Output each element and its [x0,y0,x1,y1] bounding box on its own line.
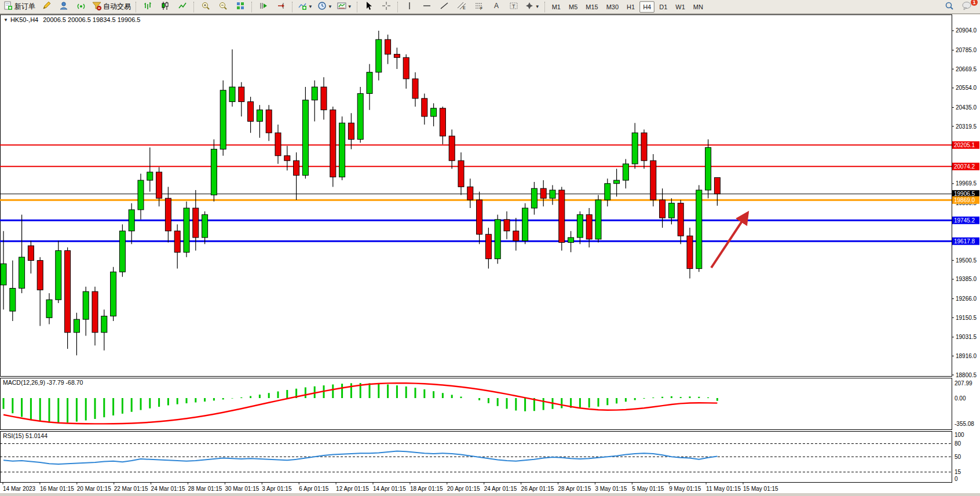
time-tick-label: 6 Apr 01:15 [299,486,329,492]
candlestick-chart-button[interactable] [157,1,173,13]
chevron-down-icon: ▼ [535,4,540,9]
one-click-collapse-icon[interactable]: ▼ [3,17,8,23]
autotrading-button[interactable]: 自动交易 [90,1,133,13]
cursor-button[interactable] [361,1,377,13]
arrows-icon [525,1,534,13]
candle-body [376,39,382,72]
timeframe-d1[interactable]: D1 [656,1,671,13]
zoom-in-button[interactable] [198,1,214,13]
candle-body [83,291,89,319]
price-tick-label: 20435.0 [956,104,977,111]
candle-body [568,238,574,242]
templates-button[interactable]: ▼ [335,1,354,13]
svg-text:19869.0: 19869.0 [954,197,975,203]
candle-body [403,57,409,79]
chevron-down-icon: ▼ [308,4,313,9]
hline-price-label: 20205.1 [952,141,979,149]
timeframe-h1[interactable]: H1 [623,1,638,13]
timeframe-m30[interactable]: M30 [603,1,622,13]
horizontal-line-button[interactable] [419,1,435,13]
candle-body [412,79,418,99]
candle-body [668,203,674,218]
candle-body [330,110,336,177]
time-tick-label: 12 Apr 01:15 [336,486,369,492]
candle-body [184,208,189,252]
candle-body [339,123,345,177]
clock-icon [317,1,327,13]
line-chart-button[interactable] [174,1,191,13]
time-tick-label: 18 Apr 01:15 [410,486,443,492]
price-tick-label: 20785.0 [956,47,977,53]
ohlc-values: 20006.5 20006.5 19834.5 19906.5 [43,16,140,23]
price-tick-label: 20319.5 [956,123,977,130]
symbol-period-label: HK50-,H4 [10,16,38,23]
vertical-line-button[interactable] [401,1,418,13]
time-axis: 14 Mar 202316 Mar 01:1520 Mar 01:1522 Ma… [3,483,778,492]
timeframe-h4[interactable]: H4 [639,1,654,13]
candle-body [19,257,25,289]
search-button[interactable] [941,1,957,13]
price-tick-label: 19500.5 [956,257,977,264]
chart-header: ▼ HK50-,H4 20006.5 20006.5 19834.5 19906… [3,16,140,23]
crosshair-button[interactable] [378,1,394,13]
auto-scroll-button[interactable] [255,1,272,13]
pencil-icon [42,1,51,13]
rsi-axis-label: 100 [955,432,964,438]
line-chart-icon [178,1,187,13]
candle-body [449,136,455,161]
candle-body [138,180,144,210]
candle-body [28,246,34,260]
chevron-down-icon: ▼ [348,4,352,9]
new-order-label: 新订单 [14,2,35,12]
time-tick-label: 14 Mar 2023 [3,486,36,492]
macd-axis-label: 207.99 [955,380,972,386]
person-icon [59,1,68,13]
new-order-button[interactable]: 新订单 [2,1,37,13]
channel-button[interactable]: E [454,1,470,13]
price-tick-label: 19266.0 [956,296,977,302]
timeframe-m5[interactable]: M5 [565,1,581,13]
candle-body [65,251,71,333]
timeframe-m1[interactable]: M1 [548,1,564,13]
macd-label: MACD(12,26,9) -37.79 -68.70 [3,379,83,386]
metaeditor-button[interactable] [38,1,54,13]
text-label-button[interactable]: T [506,1,522,13]
text-button[interactable]: A [488,1,504,13]
candle-body [348,123,354,139]
time-tick-label: 3 May 01:15 [595,486,627,492]
price-tick-label: 19150.5 [956,315,977,321]
chat-button[interactable]: 1 [959,1,975,13]
toolbar-separator [544,2,546,12]
candle-body [632,133,638,164]
toolbar-separator [397,2,398,12]
time-tick-label: 11 May 01:15 [706,486,741,492]
auto-scroll-icon [259,1,268,13]
hline-price-label: 20074.2 [952,163,979,170]
timeframe-mn[interactable]: MN [690,1,707,13]
text-icon: A [492,1,501,13]
candle-body [540,188,546,198]
candlestick-icon [160,1,170,13]
price-tick-label: 19385.0 [956,276,977,282]
candle-body [586,214,592,239]
chart-shift-button[interactable] [273,1,289,13]
toolbar-separator [292,2,293,12]
bar-chart-button[interactable] [140,1,156,13]
time-tick-label: 24 Apr 01:15 [484,486,517,492]
fibonacci-button[interactable]: F [471,1,487,13]
signals-button[interactable] [73,1,89,13]
trendline-button[interactable] [436,1,452,13]
chart-canvas[interactable]: 20904.020785.020669.520554.020435.020319… [0,14,980,496]
indicators-button[interactable]: ▼ [296,1,315,13]
tile-windows-button[interactable] [232,1,248,13]
arrows-button[interactable]: ▼ [523,1,542,13]
timeframe-w1[interactable]: W1 [672,1,689,13]
timeframe-m15[interactable]: M15 [582,1,601,13]
zoom-out-button[interactable] [215,1,231,13]
candle-body [678,203,683,236]
candle-body [46,300,52,318]
periods-button[interactable]: ▼ [316,1,334,13]
candle-body [229,87,235,101]
community-button[interactable] [56,1,72,13]
candle-body [266,110,272,133]
